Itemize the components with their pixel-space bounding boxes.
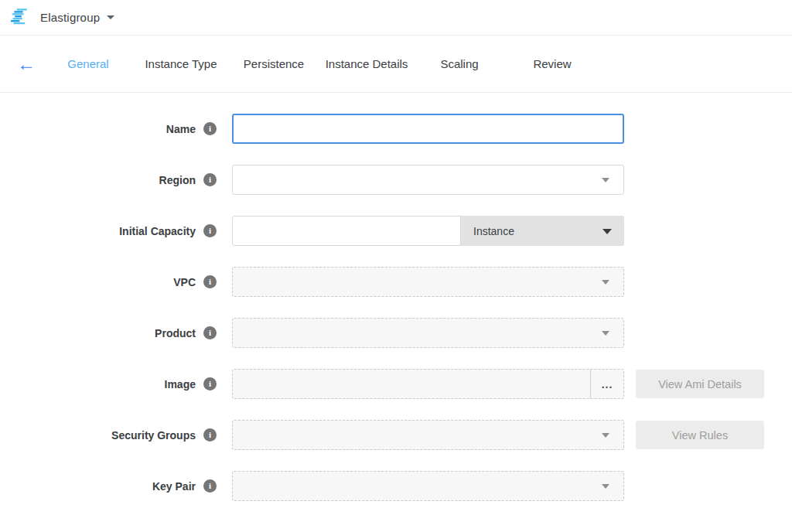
- image-input[interactable]: [233, 370, 590, 398]
- form-row-key-pair: Key Pair i: [0, 471, 792, 501]
- tab-general[interactable]: General: [42, 53, 135, 75]
- info-icon[interactable]: i: [203, 428, 217, 442]
- name-label: Name: [166, 123, 196, 135]
- vpc-select[interactable]: [232, 267, 624, 297]
- tab-review[interactable]: Review: [506, 53, 599, 75]
- image-field: ...: [232, 369, 624, 399]
- tab-scaling[interactable]: Scaling: [413, 53, 506, 75]
- region-label: Region: [159, 174, 196, 186]
- info-icon[interactable]: i: [203, 479, 217, 493]
- region-select[interactable]: [232, 165, 624, 195]
- info-icon[interactable]: i: [203, 326, 217, 339]
- view-rules-button[interactable]: View Rules: [636, 421, 764, 449]
- image-browse-button[interactable]: ...: [591, 370, 623, 398]
- chevron-down-icon: [602, 331, 609, 336]
- form-row-initial-capacity: Initial Capacity i Instance: [0, 216, 792, 246]
- wizard-tabs: General Instance Type Persistence Instan…: [42, 53, 599, 75]
- info-icon[interactable]: i: [203, 377, 217, 390]
- chevron-down-icon: [602, 280, 609, 285]
- initial-capacity-input[interactable]: [232, 216, 461, 246]
- key-pair-select[interactable]: [232, 471, 624, 501]
- chevron-down-icon: [602, 433, 609, 438]
- form-row-vpc: VPC i: [0, 267, 792, 297]
- capacity-unit-value: Instance: [473, 225, 514, 237]
- back-button[interactable]: ←: [12, 53, 40, 75]
- key-pair-label: Key Pair: [152, 480, 196, 493]
- app-header: Elastigroup: [0, 0, 792, 36]
- tab-persistence[interactable]: Persistence: [227, 53, 320, 75]
- elastigroup-logo-icon: [11, 9, 31, 26]
- general-settings-form: Name i Region i Initial Capacity i: [0, 93, 792, 501]
- form-row-product: Product i: [0, 318, 792, 348]
- tab-instance-type[interactable]: Instance Type: [135, 53, 227, 75]
- vpc-label: VPC: [173, 276, 196, 288]
- wizard-tabbar: ← General Instance Type Persistence Inst…: [0, 36, 792, 93]
- form-row-security-groups: Security Groups i View Rules: [0, 420, 792, 450]
- form-row-name: Name i: [0, 114, 792, 144]
- chevron-down-icon: [603, 229, 612, 234]
- form-row-region: Region i: [0, 165, 792, 195]
- info-icon[interactable]: i: [203, 275, 217, 288]
- product-select[interactable]: [232, 318, 624, 348]
- security-groups-select[interactable]: [232, 420, 624, 450]
- view-ami-details-button[interactable]: View Ami Details: [636, 370, 764, 398]
- security-groups-label: Security Groups: [111, 429, 196, 442]
- initial-capacity-label: Initial Capacity: [119, 225, 196, 237]
- info-icon[interactable]: i: [203, 224, 217, 237]
- form-row-image: Image i ... View Ami Details: [0, 369, 792, 399]
- product-label: Product: [155, 327, 196, 339]
- name-input[interactable]: [232, 114, 624, 144]
- chevron-down-icon: [602, 178, 609, 182]
- brand-name[interactable]: Elastigroup: [40, 11, 100, 24]
- chevron-down-icon[interactable]: [107, 15, 114, 19]
- chevron-down-icon: [602, 484, 609, 489]
- info-icon[interactable]: i: [203, 173, 217, 186]
- image-label: Image: [165, 378, 196, 390]
- capacity-unit-select[interactable]: Instance: [461, 216, 624, 246]
- info-icon[interactable]: i: [203, 122, 217, 135]
- tab-instance-details[interactable]: Instance Details: [320, 53, 413, 75]
